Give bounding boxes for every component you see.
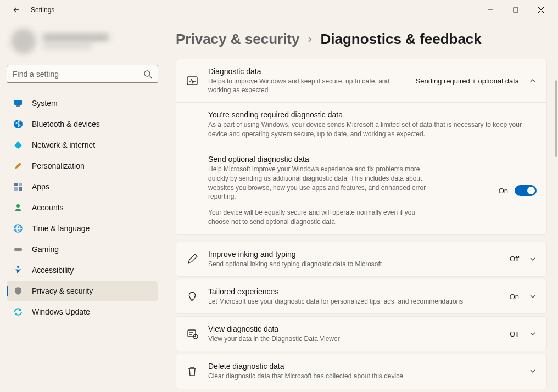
svg-rect-9 (14, 183, 18, 186)
sidebar: System Bluetooth & devices Network & int… (0, 20, 165, 392)
card-title: Diagnostic data (208, 67, 406, 76)
avatar (11, 29, 36, 54)
view-diagnostic-card[interactable]: View diagnostic data View your data in t… (176, 316, 547, 351)
chevron-right-icon (306, 36, 314, 43)
chevron-down-icon (529, 255, 537, 263)
chevron-up-icon (529, 77, 537, 85)
card-title: Tailored experiences (208, 287, 500, 296)
status-text: Off (510, 330, 519, 338)
sidebar-item-label: System (32, 99, 58, 108)
apps-icon (13, 182, 23, 192)
wifi-icon (13, 140, 23, 150)
main-content: Privacy & security Diagnostics & feedbac… (165, 20, 558, 392)
search-box[interactable] (7, 65, 158, 83)
card-subtitle: Clear diagnostic data that Microsoft has… (208, 372, 519, 380)
card-subtitle: Let Microsoft use your diagnostic data f… (208, 297, 500, 306)
scrollbar-thumb[interactable] (555, 80, 557, 157)
card-subtitle: View your data in the Diagnostic Data Vi… (208, 334, 500, 343)
search-icon (143, 70, 152, 79)
sidebar-item-update[interactable]: Windows Update (7, 302, 158, 322)
sidebar-item-time[interactable]: Time & language (7, 219, 158, 238)
title-bar: Settings (0, 0, 558, 20)
shield-icon (13, 286, 23, 296)
sidebar-item-network[interactable]: Network & internet (7, 135, 158, 155)
tailored-experiences-card[interactable]: Tailored experiences Let Microsoft use y… (176, 279, 547, 314)
sidebar-item-accounts[interactable]: Accounts (7, 198, 158, 217)
svg-point-16 (17, 266, 19, 268)
sidebar-item-privacy[interactable]: Privacy & security (7, 281, 158, 301)
row-subtitle-extra: Your device will be equally secure and w… (208, 208, 428, 227)
sidebar-item-label: Gaming (32, 245, 59, 254)
heartbeat-icon (186, 75, 198, 87)
row-subtitle: Help Microsoft improve your Windows expe… (208, 165, 428, 201)
inking-typing-card[interactable]: Improve inking and typing Send optional … (176, 242, 547, 277)
sidebar-item-label: Privacy & security (32, 287, 93, 295)
globe-icon (13, 223, 23, 233)
bluetooth-icon (13, 119, 23, 129)
status-text: Sending required + optional data (416, 77, 519, 85)
svg-rect-11 (14, 187, 18, 191)
toggle-label: On (499, 187, 508, 195)
system-icon (13, 98, 23, 108)
status-text: Off (510, 255, 519, 263)
search-input[interactable] (13, 70, 143, 79)
row-title: Send optional diagnostic data (208, 155, 428, 164)
breadcrumb: Privacy & security Diagnostics & feedbac… (176, 31, 549, 48)
card-title: View diagnostic data (208, 324, 500, 333)
svg-rect-15 (14, 248, 22, 251)
card-title: Improve inking and typing (208, 250, 500, 259)
sidebar-item-label: Apps (32, 182, 49, 191)
trash-icon (186, 365, 198, 377)
data-viewer-icon (186, 328, 198, 340)
diagnostic-data-header[interactable]: Diagnostic data Helps to improve Windows… (176, 59, 546, 102)
row-subtitle: As a part of using Windows, your device … (208, 120, 537, 139)
nav-list: System Bluetooth & devices Network & int… (7, 93, 158, 322)
minimize-button[interactable] (478, 0, 503, 20)
sidebar-item-label: Accounts (32, 203, 64, 212)
chevron-down-icon (529, 330, 537, 338)
sidebar-item-label: Personalization (32, 161, 85, 170)
sidebar-item-label: Windows Update (32, 307, 90, 316)
sidebar-item-label: Bluetooth & devices (32, 120, 100, 128)
brush-icon (13, 161, 23, 171)
chevron-down-icon (529, 293, 537, 300)
sidebar-item-personalization[interactable]: Personalization (7, 156, 158, 176)
sidebar-item-gaming[interactable]: Gaming (7, 239, 158, 259)
svg-point-13 (16, 204, 20, 208)
person-icon (13, 203, 23, 212)
sidebar-item-apps[interactable]: Apps (7, 177, 158, 197)
account-header[interactable] (7, 20, 158, 58)
delete-diagnostic-card[interactable]: Delete diagnostic data Clear diagnostic … (176, 354, 547, 389)
sidebar-item-label: Accessibility (32, 266, 74, 275)
svg-rect-6 (14, 100, 22, 105)
app-title: Settings (31, 6, 54, 14)
back-button[interactable] (4, 0, 26, 20)
row-title: You're sending required diagnostic data (208, 110, 537, 119)
sidebar-item-system[interactable]: System (7, 93, 158, 113)
lightbulb-icon (186, 290, 198, 303)
window-controls (478, 0, 554, 20)
update-icon (13, 307, 23, 317)
diagnostic-data-group: Diagnostic data Helps to improve Windows… (176, 59, 547, 235)
pen-icon (186, 253, 198, 265)
optional-data-toggle[interactable] (515, 185, 537, 196)
chevron-down-icon (529, 367, 537, 375)
sidebar-item-accessibility[interactable]: Accessibility (7, 260, 158, 280)
maximize-button[interactable] (503, 0, 528, 20)
sidebar-item-label: Time & language (32, 224, 90, 233)
page-title: Diagnostics & feedback (320, 31, 481, 48)
accessibility-icon (13, 265, 23, 275)
status-text: On (510, 293, 519, 301)
breadcrumb-parent[interactable]: Privacy & security (176, 31, 299, 48)
gamepad-icon (13, 244, 23, 254)
close-button[interactable] (528, 0, 554, 20)
sidebar-item-label: Network & internet (32, 141, 95, 149)
toggle-wrap: On (499, 185, 537, 196)
svg-rect-19 (188, 330, 196, 337)
sidebar-item-bluetooth[interactable]: Bluetooth & devices (7, 114, 158, 134)
svg-point-4 (144, 71, 150, 76)
svg-rect-10 (19, 183, 22, 186)
card-subtitle: Send optional inking and typing diagnost… (208, 260, 500, 268)
svg-rect-1 (514, 8, 518, 12)
svg-rect-7 (16, 105, 20, 107)
